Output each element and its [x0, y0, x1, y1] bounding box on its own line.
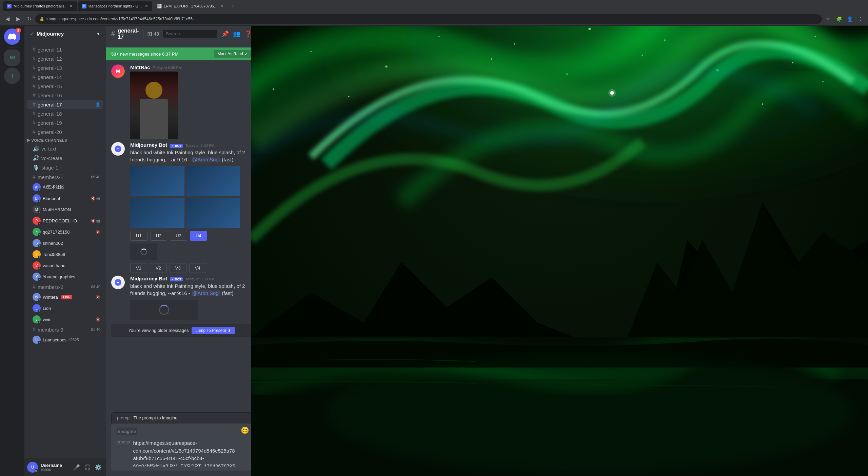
- members-list-button[interactable]: 👥: [233, 30, 240, 38]
- server-name: Midjourney: [37, 31, 64, 37]
- user-item-bluebeat[interactable]: Bl Bluebeat 🔇📹: [30, 193, 103, 204]
- v2-button[interactable]: V2: [150, 263, 167, 273]
- mattrac-message-content: MattRac Today at 6:38 PM: [130, 64, 252, 139]
- extensions-icon[interactable]: 🧩: [834, 14, 844, 24]
- mute-button[interactable]: 🎤: [72, 462, 81, 472]
- u2-button[interactable]: U2: [150, 231, 167, 241]
- settings-button[interactable]: ⚙️: [94, 462, 103, 472]
- viewing-older-bar: You're viewing older messages Jump To Pr…: [111, 324, 252, 337]
- add-server-button[interactable]: +: [4, 68, 20, 84]
- channel-item-general-12[interactable]: # general-12: [27, 54, 103, 63]
- channel-item-vc-text[interactable]: 🔊 vc-text: [27, 144, 103, 153]
- user-item-mattharmon[interactable]: M MattHARMON: [30, 204, 103, 215]
- v1-button[interactable]: V1: [130, 263, 147, 273]
- channel-item-general-13[interactable]: # general-13: [27, 63, 103, 72]
- discord-home-icon[interactable]: 5: [4, 28, 20, 45]
- channel-item-general-19[interactable]: # general-19: [27, 118, 103, 127]
- user-item-pedro[interactable]: P PEDROCOELHO... 🔇📹: [30, 215, 103, 226]
- tab-3-close[interactable]: ✕: [220, 4, 223, 8]
- hash-icon: #: [33, 101, 36, 107]
- channel-item-general-11[interactable]: # general-11: [27, 45, 103, 54]
- channel-item-general-20[interactable]: # general-20: [27, 127, 103, 136]
- bookmark-icon[interactable]: ☆: [823, 14, 833, 24]
- search-header-button[interactable]: [163, 30, 217, 38]
- user-item-toncl[interactable]: T Toncl53859: [30, 249, 103, 260]
- new-tab-button[interactable]: +: [228, 1, 238, 11]
- voice-channels-category[interactable]: ▶ VOICE CHANNELS: [24, 137, 106, 144]
- user-item-shinen[interactable]: S shinen002: [30, 238, 103, 249]
- channel-item-general-16[interactable]: # general-16: [27, 91, 103, 100]
- user-item-vivii[interactable]: v vivii 🔇: [30, 314, 103, 325]
- mjbot-text-1: black and white Ink Painting style, blue…: [130, 149, 252, 163]
- viewing-older-text: You're viewing older messages: [128, 328, 189, 333]
- browser-tab-3[interactable]: 🖼 LRM_EXPORT_17643678795693... ✕: [153, 1, 228, 11]
- emoji-button[interactable]: 😊: [241, 426, 249, 434]
- channel-item-general-14[interactable]: # general-14: [27, 73, 103, 81]
- channel-item-vc-create[interactable]: 🔊 vc-create: [27, 154, 103, 163]
- user-name-laanscapes: Laanscapes: [43, 337, 66, 342]
- server-header[interactable]: ✓ Midjourney ▼: [24, 26, 106, 42]
- deafen-button[interactable]: 🎧: [83, 462, 92, 472]
- browser-tab-2[interactable]: G laanscapes northern lights - Goo... ✕: [78, 1, 152, 11]
- generated-image-1[interactable]: [130, 166, 184, 196]
- pedro-icons: 🔇📹: [91, 219, 100, 223]
- user-item-ai-art[interactable]: AI AI艺术社区: [30, 182, 103, 193]
- spinner: [140, 249, 147, 255]
- u4-button[interactable]: U4: [190, 231, 207, 241]
- tab-1-close[interactable]: ✕: [70, 4, 73, 8]
- tab-2-close[interactable]: ✕: [145, 4, 148, 8]
- midjourney-server-icon[interactable]: MJ: [4, 49, 20, 66]
- u3-button[interactable]: U3: [170, 231, 187, 241]
- address-bar[interactable]: 🔒 images.squarespace-cdn.com/content/v1/…: [35, 14, 822, 24]
- hash-icon: #: [33, 46, 36, 53]
- user-avatar-ai: AI: [33, 183, 41, 191]
- mjbot-author-1: Midjourney Bot: [130, 142, 167, 148]
- mark-as-read-button[interactable]: Mark As Read ✓: [214, 50, 252, 58]
- generated-image-3[interactable]: [130, 198, 184, 228]
- refresh-button[interactable]: ↻: [24, 14, 34, 24]
- jump-to-present-button[interactable]: Jump To Present ⬇: [192, 327, 235, 334]
- user-profile-icon[interactable]: 👤: [845, 14, 854, 24]
- tab-3-title: LRM_EXPORT_17643678795693...: [164, 4, 218, 8]
- tab-2-favicon: G: [82, 4, 86, 8]
- message-textarea[interactable]: https://images.squarespace-cdn.com/conte…: [133, 439, 235, 467]
- prompt-description: The prompt to imagine: [133, 415, 177, 420]
- pinned-messages-button[interactable]: 📌: [221, 30, 229, 38]
- user-item-qq[interactable]: q qq271725158 🔇: [30, 226, 103, 237]
- v4-button[interactable]: V4: [189, 263, 206, 273]
- user-controls: 🎤 🎧 ⚙️: [72, 462, 103, 472]
- channel-item-general-18[interactable]: # general-18: [27, 109, 103, 118]
- current-user-avatar: U: [27, 462, 38, 473]
- user-avatar-vivii: v: [33, 315, 41, 323]
- browser-tab-1[interactable]: D Midjourney creates photorealis... ✕: [3, 1, 77, 11]
- user-item-youandi[interactable]: Y Youandigraphics: [30, 271, 103, 282]
- member-icon: 👤: [95, 102, 100, 107]
- back-button[interactable]: ◀: [3, 14, 12, 24]
- channel-item-members-1[interactable]: # members-1 09 40: [27, 173, 103, 181]
- new-messages-banner: 58+ new messages since 6:37 PM Mark As R…: [106, 47, 257, 60]
- search-input[interactable]: [163, 30, 217, 38]
- message-group-mjbot-2: Midjourney Bot ✓ BOT Today at 6:38 PM bl…: [106, 274, 257, 321]
- generated-image-4[interactable]: [186, 198, 240, 228]
- u1-button[interactable]: U1: [130, 231, 147, 241]
- mention-aron: @Aron Sögi: [192, 157, 220, 162]
- slash-command-popup: prompt The prompt to imagine: [111, 412, 252, 423]
- channel-item-members-3[interactable]: # members-3 01 40: [27, 325, 103, 334]
- mattrac-avatar: M: [111, 64, 125, 78]
- generated-image-2[interactable]: [186, 166, 240, 196]
- bot-badge-1: ✓ BOT: [170, 144, 183, 148]
- channel-item-stage-1[interactable]: 🎙️ stage-1: [27, 163, 103, 172]
- hash-icon: #: [33, 326, 36, 333]
- channel-item-general-15[interactable]: # general-15: [27, 82, 103, 91]
- forward-button[interactable]: ▶: [14, 14, 23, 24]
- channel-item-members-2[interactable]: # members-2 03 40: [27, 282, 103, 291]
- hashtag-count-icon[interactable]: ⊞ 48: [147, 30, 159, 38]
- user-item-lion[interactable]: L Lion: [30, 303, 103, 314]
- user-item-wintera[interactable]: W Wintera LIVE 🔇: [30, 292, 103, 302]
- members-1-users: AI AI艺术社区 Bl Bluebeat 🔇📹: [24, 182, 106, 282]
- user-item-vasanth[interactable]: V vasanthanc: [30, 260, 103, 271]
- user-item-laanscapes[interactable]: La Laanscapes #2625: [30, 334, 103, 345]
- channel-item-general-17[interactable]: # general-17 👤: [27, 100, 103, 109]
- v3-button[interactable]: V3: [170, 263, 186, 273]
- more-options-icon[interactable]: ⋮: [856, 14, 865, 24]
